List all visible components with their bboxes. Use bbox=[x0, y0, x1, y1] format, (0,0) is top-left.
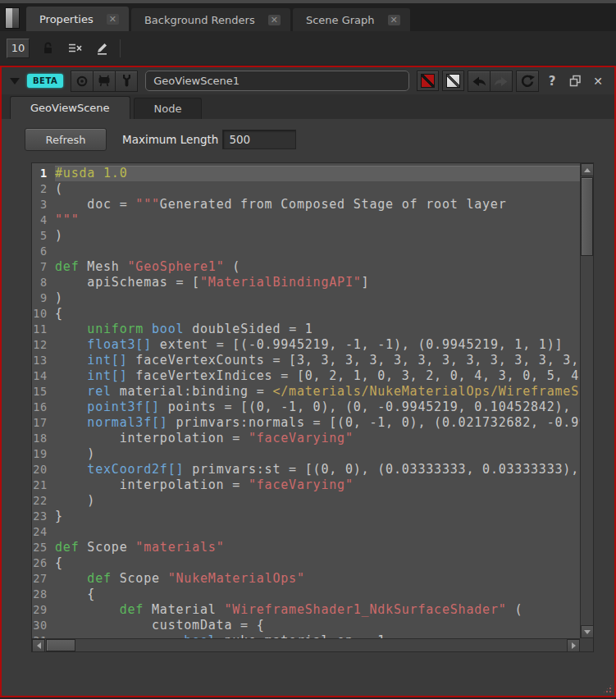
toolbar-separator bbox=[120, 39, 121, 57]
code-line: 6 bbox=[32, 244, 580, 259]
code-line: 11 uniform bool doubleSided = 1 bbox=[32, 322, 580, 337]
line-number: 23 bbox=[32, 509, 55, 524]
close-tab-icon[interactable]: ✕ bbox=[268, 15, 281, 25]
code-line: 1#usda 1.0 bbox=[32, 166, 580, 181]
code-text bbox=[55, 524, 580, 540]
node-tab-bar: GeoViewScene Node bbox=[2, 94, 614, 119]
tab-node[interactable]: Node bbox=[134, 98, 203, 119]
max-panels-input[interactable] bbox=[7, 39, 30, 58]
code-line: 29 def Material "WireframeShader1_NdkSur… bbox=[32, 602, 580, 618]
settings-wrench-button[interactable] bbox=[115, 71, 138, 92]
line-number: 5 bbox=[32, 228, 55, 244]
pane-tab-bar: Properties ✕ Background Renders ✕ Scene … bbox=[0, 3, 616, 31]
tab-label: Properties bbox=[39, 13, 94, 25]
refresh-button[interactable]: Refresh bbox=[25, 128, 107, 151]
code-text: """ bbox=[55, 212, 580, 228]
line-number: 14 bbox=[32, 368, 55, 384]
code-line: 18 interpolation = "faceVarying" bbox=[32, 431, 580, 446]
code-line: 23} bbox=[32, 509, 580, 524]
code-text: ) bbox=[55, 228, 580, 244]
target-icon bbox=[75, 75, 89, 88]
scrollbar-corner bbox=[580, 638, 593, 651]
code-line: 2( bbox=[32, 181, 580, 197]
float-panel-button[interactable] bbox=[565, 71, 585, 91]
code-line: 28 { bbox=[32, 587, 580, 602]
line-number: 12 bbox=[32, 337, 55, 353]
scroll-down-button[interactable] bbox=[581, 625, 594, 638]
redo-button[interactable] bbox=[490, 71, 513, 92]
gl-color-swatch-icon bbox=[446, 74, 460, 88]
node-color-swatch-icon bbox=[421, 74, 435, 88]
code-text: } bbox=[55, 509, 580, 524]
scroll-left-button[interactable] bbox=[32, 639, 45, 652]
line-number: 16 bbox=[32, 400, 55, 415]
code-line: 20 texCoord2f[] primvars:st = [(0, 0), (… bbox=[32, 462, 580, 477]
line-number: 21 bbox=[32, 477, 55, 493]
code-text: #usda 1.0 bbox=[55, 166, 580, 181]
undo-redo-group bbox=[468, 71, 513, 92]
code-viewport[interactable]: 1#usda 1.02(3 doc = """Generated from Co… bbox=[32, 163, 580, 638]
close-all-panels-icon[interactable] bbox=[66, 39, 84, 57]
code-text: float3[] extent = [(-0.9945219, -1, -1),… bbox=[55, 337, 580, 353]
horizontal-scrollbar[interactable] bbox=[32, 638, 580, 651]
code-line: 24 bbox=[32, 524, 580, 540]
max-length-label: Maximum Length bbox=[122, 133, 218, 146]
line-number: 19 bbox=[32, 446, 55, 462]
code-line: 22 ) bbox=[32, 493, 580, 509]
tab-label: Scene Graph bbox=[306, 14, 375, 26]
usda-code-editor: 1#usda 1.02(3 doc = """Generated from Co… bbox=[31, 162, 594, 652]
tab-label: Background Renders bbox=[144, 14, 255, 26]
edit-pencil-icon[interactable] bbox=[93, 39, 111, 57]
right-arrow-icon bbox=[572, 642, 576, 649]
code-line: 26{ bbox=[32, 555, 580, 571]
code-line: 16 point3f[] points = [(0, -1, 0), (0, -… bbox=[32, 400, 580, 415]
revert-button[interactable] bbox=[516, 71, 539, 92]
tab-scene-graph[interactable]: Scene Graph ✕ bbox=[293, 8, 410, 31]
code-line: 3 doc = """Generated from Composed Stage… bbox=[32, 197, 580, 212]
code-line: 30 customData = { bbox=[32, 618, 580, 633]
line-number: 3 bbox=[32, 197, 55, 212]
controls-row: Refresh Maximum Length bbox=[25, 128, 296, 151]
line-number: 18 bbox=[32, 431, 55, 446]
code-text bbox=[55, 244, 580, 259]
lock-icon[interactable] bbox=[39, 39, 57, 57]
properties-controls-row bbox=[0, 31, 616, 65]
vertical-scrollbar[interactable] bbox=[580, 163, 593, 638]
node-toolbar-button-group bbox=[71, 71, 138, 92]
node-display-button[interactable] bbox=[93, 71, 116, 92]
help-button[interactable]: ? bbox=[542, 71, 562, 91]
scroll-up-button[interactable] bbox=[581, 163, 594, 176]
panel-content: Refresh Maximum Length 1#usda 1.02(3 doc… bbox=[2, 119, 614, 696]
code-line: 10{ bbox=[32, 306, 580, 322]
horizontal-scroll-thumb[interactable] bbox=[46, 639, 75, 651]
code-text: point3f[] points = [(0, -1, 0), (0, -0.9… bbox=[55, 400, 580, 415]
close-panel-button[interactable]: ✕ bbox=[588, 71, 608, 91]
code-text: int[] faceVertexCounts = [3, 3, 3, 3, 3,… bbox=[55, 353, 580, 368]
line-number: 8 bbox=[32, 275, 55, 290]
node-color-swatch-button[interactable] bbox=[417, 71, 439, 91]
undo-button[interactable] bbox=[468, 71, 491, 92]
scroll-right-button[interactable] bbox=[567, 639, 580, 652]
close-tab-icon[interactable]: ✕ bbox=[107, 14, 119, 25]
line-number: 17 bbox=[32, 415, 55, 431]
close-tab-icon[interactable]: ✕ bbox=[388, 15, 400, 25]
line-number: 13 bbox=[32, 353, 55, 368]
tab-background-renders[interactable]: Background Renders ✕ bbox=[131, 8, 290, 31]
collapse-triangle-icon[interactable] bbox=[10, 78, 20, 85]
code-text: ) bbox=[55, 446, 580, 462]
code-line: 5) bbox=[32, 228, 580, 244]
pane-menu-icon[interactable] bbox=[5, 7, 20, 29]
node-name-input[interactable] bbox=[145, 71, 409, 91]
center-node-button[interactable] bbox=[71, 71, 94, 92]
max-length-input[interactable] bbox=[222, 130, 296, 149]
tab-properties[interactable]: Properties ✕ bbox=[26, 7, 129, 31]
vertical-scroll-thumb[interactable] bbox=[581, 177, 593, 256]
tab-geoviewscene[interactable]: GeoViewScene bbox=[10, 96, 130, 119]
node-properties-panel: BETA bbox=[0, 66, 616, 697]
line-number: 28 bbox=[32, 587, 55, 602]
code-text: ) bbox=[55, 290, 580, 306]
code-line: 7def Mesh "GeoSphere1" ( bbox=[32, 259, 580, 275]
code-line: 4""" bbox=[32, 212, 580, 228]
gl-color-swatch-button[interactable] bbox=[442, 71, 464, 91]
code-line: 12 float3[] extent = [(-0.9945219, -1, -… bbox=[32, 337, 580, 353]
